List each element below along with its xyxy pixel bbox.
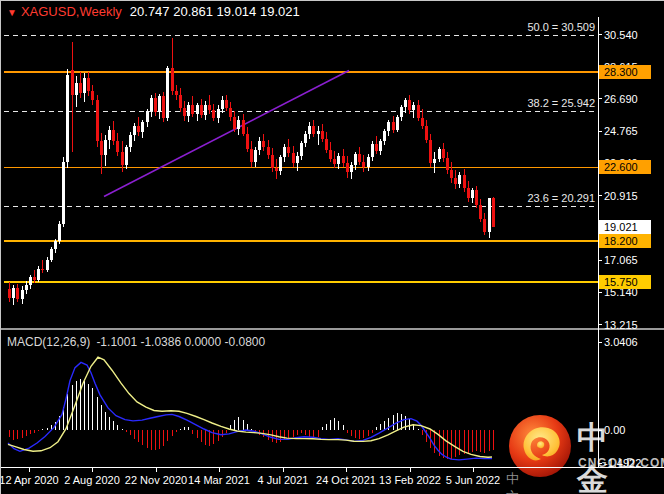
candle-bear — [312, 126, 315, 134]
candle-bear — [79, 83, 82, 93]
candle-bear — [467, 188, 470, 198]
time-axis-label[interactable]: 2 Aug 2020 — [64, 474, 120, 486]
time-axis-label[interactable]: 12 Apr 2020 — [1, 474, 59, 486]
candle-bull — [317, 131, 320, 134]
fib-label: 38.2 = 25.942 — [527, 97, 595, 109]
macd-indicator-label: MACD(12,26,9)-1.1001 -1.0386 0.0000 -0.0… — [7, 335, 265, 349]
price-axis-label[interactable]: 30.540 — [604, 29, 638, 41]
candle-bear — [212, 110, 215, 118]
candle-bull — [141, 122, 144, 132]
candle-bear — [171, 68, 174, 91]
candle-bull — [166, 68, 169, 118]
price-axis-label[interactable]: 24.765 — [604, 125, 638, 137]
time-axis-label[interactable]: 4 Jul 2021 — [258, 474, 309, 486]
candle-bear — [325, 139, 328, 150]
candle-bear — [250, 149, 253, 162]
time-axis-label[interactable]: 14 Mar 2021 — [188, 474, 250, 486]
time-axis-label[interactable]: 5 Jun 2022 — [446, 474, 500, 486]
macd-values: -1.1001 -1.0386 0.0000 -0.0800 — [96, 335, 265, 349]
candle-bear — [408, 100, 411, 109]
candle-bear — [429, 140, 432, 163]
time-axis-label[interactable]: 13 Feb 2022 — [379, 474, 441, 486]
candle-bull — [125, 147, 128, 165]
candle-bull — [300, 143, 303, 156]
candle-bull — [54, 241, 57, 249]
candle-bear — [116, 141, 119, 151]
candle-bear — [87, 78, 90, 91]
candle-bear — [271, 155, 274, 168]
price-badge-label: 19.021 — [604, 221, 638, 233]
candle-bull — [129, 135, 132, 148]
candle-bear — [208, 105, 211, 110]
candle-bear — [191, 105, 194, 114]
candle-bull — [471, 190, 474, 198]
price-axis-label[interactable]: 20.915 — [604, 190, 638, 202]
price-axis-label[interactable]: 26.690 — [604, 93, 638, 105]
candle-bull — [21, 290, 24, 299]
candle-bear — [342, 156, 345, 164]
candle-bull — [337, 156, 340, 164]
candle-bear — [479, 205, 482, 218]
candle-bull — [379, 141, 382, 150]
candle-bear — [425, 126, 428, 140]
candle-bull — [146, 111, 149, 122]
candle-bull — [458, 175, 461, 184]
price-axis-label[interactable]: 17.065 — [604, 254, 638, 266]
time-axis-label[interactable]: 22 Nov 2020 — [125, 474, 187, 486]
candle-bull — [279, 157, 282, 170]
candle-bull — [75, 83, 78, 96]
time-axis-label[interactable]: 24 Oct 2021 — [316, 474, 376, 486]
candle-bull — [196, 105, 199, 113]
candle-bear — [463, 175, 466, 188]
candle-bull — [104, 140, 107, 155]
candle-bear — [346, 163, 349, 172]
candle-bull — [308, 126, 311, 134]
candle-bull — [433, 159, 436, 163]
mt4-chart-window: 中金网 CNGOLD.COM.CN 中 文 财 经 新 媒 体 50.0 = 3… — [0, 0, 664, 494]
candle-bear — [175, 91, 178, 95]
candle-bear — [483, 219, 486, 232]
candle-bear — [41, 269, 44, 271]
candle-bear — [183, 108, 186, 116]
fib-label: 50.0 = 30.509 — [527, 21, 595, 33]
candle-bull — [371, 144, 374, 157]
macd-axis-label: 0.00 — [604, 424, 625, 436]
candle-bull — [158, 96, 161, 112]
candle-bear — [329, 150, 332, 159]
candle-bull — [412, 105, 415, 109]
candle-bear — [8, 289, 11, 298]
candle-bull — [58, 224, 61, 242]
candle-bull — [304, 134, 307, 143]
candle-bull — [83, 78, 86, 93]
candle-bear — [275, 168, 278, 171]
chart-canvas[interactable]: 50.0 = 30.50938.2 = 25.94223.6 = 20.2913… — [1, 1, 664, 494]
price-badge-label: 18.200 — [604, 235, 638, 247]
candle-bull — [12, 288, 15, 298]
symbol-dropdown-icon[interactable]: ▼ — [7, 7, 17, 18]
symbol-period-label: XAGUSD,Weekly — [21, 4, 122, 19]
candle-bull — [367, 157, 370, 168]
candle-bear — [16, 288, 19, 299]
price-badge-label: 15.750 — [604, 276, 638, 288]
candle-bear — [33, 277, 36, 280]
candle-bear — [375, 144, 378, 151]
candle-bull — [387, 122, 390, 131]
candle-bear — [242, 120, 245, 134]
candle-bull — [354, 154, 357, 165]
candle-bear — [321, 131, 324, 139]
candle-bear — [162, 96, 165, 118]
candle-bear — [246, 134, 249, 149]
candle-bull — [488, 198, 491, 231]
candle-bear — [417, 105, 420, 118]
candle-bull — [254, 150, 257, 163]
macd-axis-label: 3.0406 — [604, 336, 638, 348]
candle-bull — [46, 260, 49, 271]
candle-bear — [96, 100, 99, 141]
fib-label: 23.6 = 20.291 — [527, 192, 595, 204]
candle-bear — [233, 117, 236, 129]
candle-bear — [267, 147, 270, 155]
price-axis-label[interactable]: 13.215 — [604, 319, 638, 331]
candle-bear — [358, 154, 361, 162]
candle-bear — [225, 100, 228, 108]
candle-bear — [287, 147, 290, 154]
